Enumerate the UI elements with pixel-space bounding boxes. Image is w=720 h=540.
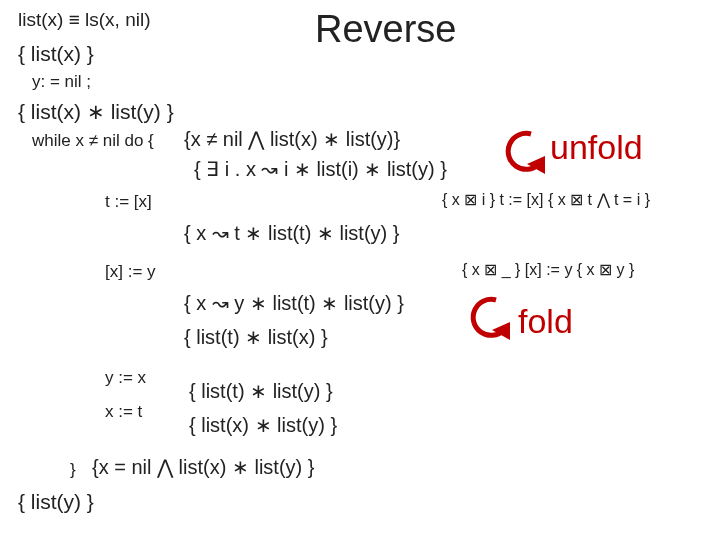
stmt-x-assign: x := t: [105, 402, 142, 422]
stmt-t-read: t := [x]: [105, 192, 152, 212]
fold-label: fold: [518, 302, 573, 341]
loop-end-brace: }: [70, 460, 76, 480]
loop-head: while x ≠ nil do {: [32, 131, 154, 151]
post-x-assign: { list(x) ∗ list(y) }: [189, 414, 337, 436]
unfold-exists: { ∃ i . x ↝ i ∗ list(i) ∗ list(y) }: [194, 158, 447, 180]
loop-invariant: { list(x) ∗ list(y) }: [18, 100, 174, 123]
unfold-label: unfold: [550, 128, 643, 167]
post-x-write-1: { x ↝ y ∗ list(t) ∗ list(y) }: [184, 292, 404, 314]
page-title: Reverse: [315, 8, 457, 51]
stmt-y-assign: y := x: [105, 368, 146, 388]
post-t-read: { x ↝ t ∗ list(t) ∗ list(y) }: [184, 222, 399, 244]
unfold-pre: {x ≠ nil ⋀ list(x) ∗ list(y)}: [184, 128, 400, 150]
post-y-assign: { list(t) ∗ list(y) }: [189, 380, 333, 402]
def-list: list(x) ≡ ls(x, nil): [18, 10, 150, 31]
precondition: { list(x) }: [18, 42, 94, 65]
stmt-init: y: = nil ;: [32, 72, 91, 92]
stmt-x-write: [x] := y: [105, 262, 156, 282]
note-x-write: { x ⊠ _ } [x] := y { x ⊠ y }: [462, 260, 634, 279]
post-x-write-2: { list(t) ∗ list(x) }: [184, 326, 328, 348]
unfold-arrow-icon: [501, 128, 549, 180]
exit-condition: {x = nil ⋀ list(x) ∗ list(y) }: [92, 456, 314, 478]
note-t-read: { x ⊠ i } t := [x] { x ⊠ t ⋀ t = i }: [442, 190, 650, 209]
postcondition: { list(y) }: [18, 490, 94, 513]
fold-arrow-icon: [466, 294, 514, 346]
